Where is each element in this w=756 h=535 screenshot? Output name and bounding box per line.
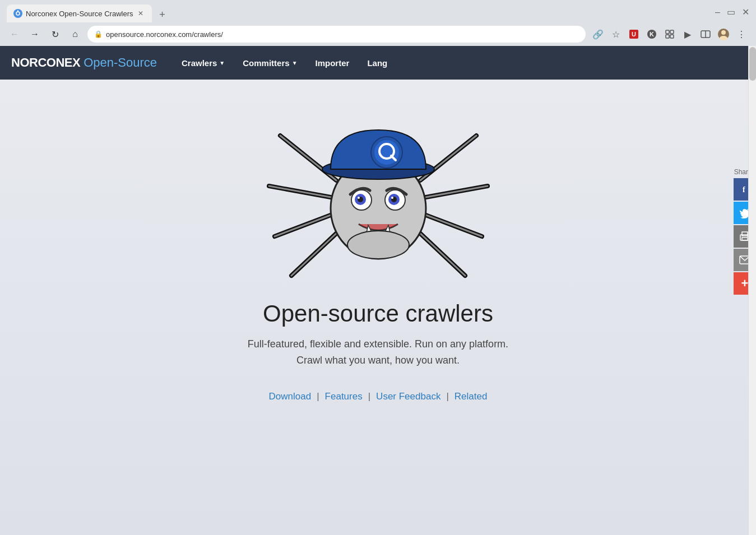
svg-line-29 bbox=[426, 186, 488, 197]
svg-rect-50 bbox=[742, 238, 748, 240]
toolbar-icons: 🔗 ☆ U K bbox=[590, 26, 749, 42]
committers-dropdown-arrow: ▼ bbox=[292, 60, 298, 66]
crawlers-dropdown-arrow: ▼ bbox=[219, 60, 225, 66]
address-bar[interactable]: 🔒 opensource.norconex.com/crawlers/ bbox=[87, 26, 586, 43]
svg-point-15 bbox=[720, 36, 727, 40]
extensions-puzzle-icon[interactable] bbox=[662, 26, 678, 42]
logo-norconex: NORCONEX bbox=[11, 55, 80, 70]
scrollbar[interactable] bbox=[748, 46, 756, 535]
bookmark-icon[interactable]: ☆ bbox=[608, 26, 624, 42]
site-navigation: NORCONEX Open-Source Crawlers ▼ Committe… bbox=[0, 46, 756, 80]
site-logo: NORCONEX Open-Source bbox=[11, 55, 157, 70]
hero-links: Download | Features | User Feedback | Re… bbox=[269, 391, 488, 402]
svg-line-27 bbox=[291, 231, 339, 276]
hero-section: Open-source crawlers Full-featured, flex… bbox=[0, 80, 756, 535]
svg-point-14 bbox=[721, 30, 726, 35]
close-button[interactable]: ✕ bbox=[742, 8, 749, 17]
related-link[interactable]: Related bbox=[454, 391, 488, 402]
tab-title: Norconex Open-Source Crawlers bbox=[26, 10, 133, 18]
svg-line-25 bbox=[269, 186, 331, 197]
svg-rect-8 bbox=[670, 30, 674, 34]
tab-favicon bbox=[13, 9, 22, 18]
forward-button[interactable]: → bbox=[27, 26, 43, 42]
window-controls: – ▭ ✕ bbox=[715, 8, 749, 19]
browser-chrome: Norconex Open-Source Crawlers ✕ + – ▭ ✕ … bbox=[0, 0, 756, 46]
svg-rect-10 bbox=[670, 35, 674, 38]
nav-item-lang[interactable]: Lang bbox=[359, 54, 395, 72]
spider-mascot bbox=[258, 102, 499, 283]
split-icon[interactable] bbox=[698, 26, 713, 42]
title-bar: Norconex Open-Source Crawlers ✕ + – ▭ ✕ bbox=[0, 0, 756, 22]
hero-subtitle-line1: Full-featured, flexible and extensible. … bbox=[248, 338, 508, 350]
scrollbar-thumb[interactable] bbox=[749, 47, 756, 81]
url-text: opensource.norconex.com/crawlers/ bbox=[106, 30, 579, 39]
svg-text:K: K bbox=[650, 31, 654, 38]
home-button[interactable]: ⌂ bbox=[67, 26, 83, 42]
site-wrapper: NORCONEX Open-Source Crawlers ▼ Committe… bbox=[0, 46, 756, 535]
active-tab[interactable]: Norconex Open-Source Crawlers ✕ bbox=[7, 4, 152, 22]
hero-subtitle-line2: Crawl what you want, how you want. bbox=[296, 355, 460, 366]
tab-close-button[interactable]: ✕ bbox=[136, 9, 145, 18]
svg-line-26 bbox=[275, 214, 333, 236]
nav-item-crawlers[interactable]: Crawlers ▼ bbox=[174, 54, 233, 72]
separator-3: | bbox=[446, 391, 448, 402]
minimize-button[interactable]: – bbox=[715, 8, 720, 17]
separator-1: | bbox=[317, 391, 319, 402]
nav-item-importer[interactable]: Importer bbox=[308, 54, 358, 72]
user-feedback-link[interactable]: User Feedback bbox=[376, 391, 440, 402]
share-page-icon[interactable]: 🔗 bbox=[590, 26, 606, 42]
svg-rect-9 bbox=[666, 35, 669, 38]
maximize-button[interactable]: ▭ bbox=[727, 8, 735, 17]
hero-subtitle: Full-featured, flexible and extensible. … bbox=[248, 336, 508, 369]
features-link[interactable]: Features bbox=[325, 391, 363, 402]
svg-point-45 bbox=[391, 197, 393, 199]
media-icon[interactable]: ▶ bbox=[680, 26, 695, 42]
svg-line-31 bbox=[418, 231, 465, 276]
profile-icon[interactable] bbox=[716, 26, 731, 42]
menu-icon[interactable]: ⋮ bbox=[734, 26, 749, 42]
svg-rect-49 bbox=[742, 232, 748, 236]
nav-item-committers[interactable]: Committers ▼ bbox=[235, 54, 305, 72]
extension-shield-icon[interactable]: U bbox=[626, 26, 642, 42]
logo-opensource: Open-Source bbox=[84, 55, 157, 70]
svg-point-44 bbox=[358, 197, 360, 199]
reload-button[interactable]: ↻ bbox=[47, 26, 63, 42]
separator-2: | bbox=[368, 391, 370, 402]
new-tab-button[interactable]: + bbox=[154, 7, 170, 22]
back-button[interactable]: ← bbox=[7, 26, 22, 42]
download-link[interactable]: Download bbox=[269, 391, 312, 402]
svg-rect-7 bbox=[666, 30, 669, 34]
nav-items: Crawlers ▼ Committers ▼ Importer Lang bbox=[174, 54, 395, 72]
extension-k-icon[interactable]: K bbox=[644, 26, 660, 42]
svg-point-46 bbox=[347, 231, 409, 259]
address-bar-row: ← → ↻ ⌂ 🔒 opensource.norconex.com/crawle… bbox=[0, 22, 756, 46]
hero-title: Open-source crawlers bbox=[263, 300, 493, 327]
lock-icon: 🔒 bbox=[94, 30, 103, 38]
svg-line-30 bbox=[423, 214, 482, 236]
svg-text:f: f bbox=[743, 185, 745, 194]
svg-text:U: U bbox=[632, 31, 636, 38]
tab-area: Norconex Open-Source Crawlers ✕ + bbox=[7, 4, 715, 22]
